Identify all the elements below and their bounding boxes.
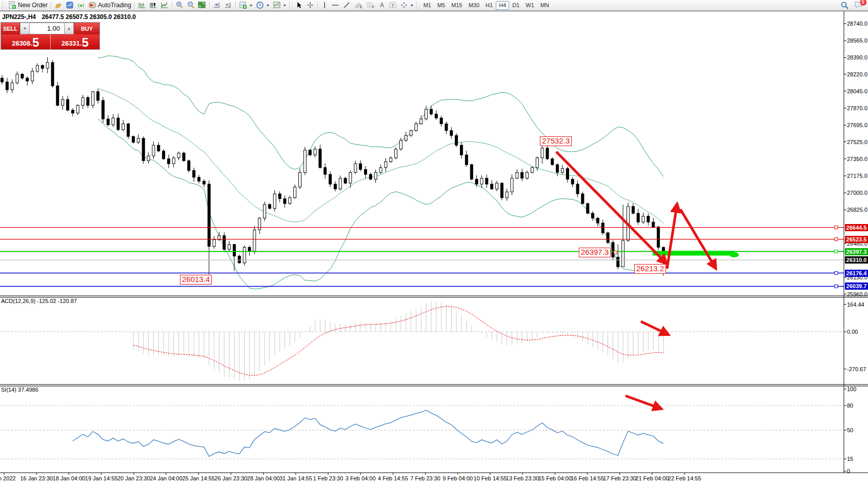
- signals-button[interactable]: [75, 1, 87, 10]
- separator: [209, 2, 210, 9]
- chart-canvas: [0, 0, 868, 485]
- buy-price[interactable]: 26331.5: [50, 34, 100, 49]
- indicators-button[interactable]: ▼: [237, 1, 254, 10]
- timeframe-H1[interactable]: H1: [482, 1, 496, 10]
- new-order-label: New Order: [18, 2, 48, 9]
- separator: [134, 2, 135, 9]
- red-arrow[interactable]: [625, 396, 659, 408]
- buy-button[interactable]: BUY: [74, 23, 99, 34]
- candlestick-button[interactable]: [148, 1, 159, 10]
- timeframe-group: M1M5M15M30H1H4D1W1MN: [420, 1, 552, 10]
- horizontal-level-lines: [0, 226, 844, 288]
- fibonacci-button[interactable]: F: [365, 1, 377, 10]
- buy-price-big-digit: 5: [82, 36, 88, 49]
- zoom-out-button[interactable]: [185, 1, 196, 10]
- time-axis-label: 16 Jan 23:30: [20, 475, 53, 481]
- line-chart-icon: [160, 1, 169, 9]
- time-axis-label: 28 Jan 04:00: [247, 475, 280, 481]
- notifications-button[interactable]: 1: [854, 1, 863, 10]
- fibonacci-icon: F: [366, 1, 375, 9]
- timeframe-H4[interactable]: H4: [496, 1, 509, 10]
- annotation-handle[interactable]: [614, 251, 617, 254]
- new-order-button[interactable]: New Order: [7, 1, 49, 10]
- search-icon[interactable]: [840, 1, 849, 10]
- sell-price-big-digit: 5: [32, 36, 39, 49]
- line-handle[interactable]: [835, 238, 838, 241]
- red-arrow[interactable]: [680, 209, 715, 267]
- price-tag: 26644.5: [845, 224, 868, 231]
- dropdown-caret: ▼: [249, 4, 253, 7]
- price-label-annotation[interactable]: 27532.3: [540, 136, 572, 146]
- auto-scroll-button[interactable]: [211, 1, 223, 10]
- line-handle[interactable]: [835, 285, 838, 288]
- price-tag: 26523.5: [845, 236, 868, 243]
- bar-chart-icon: [138, 1, 146, 9]
- svg-text:A: A: [380, 2, 384, 9]
- bar-chart-button[interactable]: [136, 1, 148, 10]
- periods-button[interactable]: ▼: [254, 1, 271, 10]
- price-label-annotation[interactable]: 26013.4: [180, 275, 212, 285]
- rsi-panel: [0, 406, 844, 459]
- price-axis-label: 27350.0: [847, 156, 867, 162]
- time-axis-label: 18 Jan 04:00: [53, 475, 86, 481]
- price-tag: 26310.0: [845, 256, 868, 264]
- timeframe-M5[interactable]: M5: [434, 1, 448, 10]
- candles: [1, 57, 665, 276]
- line-handle[interactable]: [835, 226, 838, 229]
- text-icon: A: [378, 1, 386, 9]
- price-label-annotation[interactable]: 26213.2: [634, 264, 666, 274]
- templates-button[interactable]: ▼: [271, 1, 288, 10]
- volume-increase-button[interactable]: ▲: [64, 23, 74, 34]
- horizontal-line-button[interactable]: [330, 1, 341, 10]
- price-label-annotation[interactable]: 26397.3: [579, 248, 611, 257]
- chart-shift-icon: [224, 1, 232, 9]
- red-arrow[interactable]: [667, 206, 677, 269]
- gold-button[interactable]: [53, 1, 64, 10]
- toolbar: New Order AutoTrading ▼ ▼ ▼ E F A T ▼ M1…: [0, 0, 868, 11]
- cursor-button[interactable]: [293, 1, 305, 10]
- signals-icon: [77, 1, 85, 9]
- line-handle[interactable]: [835, 272, 838, 275]
- time-axis-label: 1 Feb 23:30: [313, 475, 344, 481]
- sell-button[interactable]: SELL: [1, 23, 20, 34]
- price-axis-label: 26825.0: [847, 207, 867, 213]
- text-label-button[interactable]: T: [387, 1, 398, 10]
- timeframe-MN[interactable]: MN: [537, 1, 552, 10]
- timeframe-D1[interactable]: D1: [509, 1, 522, 10]
- timeframe-M15[interactable]: M15: [448, 1, 465, 10]
- timeframe-M1[interactable]: M1: [420, 1, 434, 10]
- arrows-button[interactable]: ▼: [398, 1, 415, 10]
- volume-decrease-button[interactable]: ▼: [20, 23, 30, 34]
- sell-price[interactable]: 26308.5: [1, 34, 50, 49]
- time-axis-label: 10 Feb 14:55: [474, 475, 507, 481]
- template-icon: [273, 1, 281, 9]
- rsi-axis-label: 50: [847, 427, 853, 433]
- equidistant-channel-button[interactable]: E: [352, 1, 365, 10]
- volume-input[interactable]: 1.00: [30, 23, 64, 34]
- text-button[interactable]: A: [377, 1, 387, 10]
- price-tag: 26397.3: [845, 248, 868, 255]
- vertical-line-button[interactable]: [319, 1, 330, 10]
- one-click-trading-panel: SELL ▼ 1.00 ▲ BUY 26308.5 26331.5: [1, 22, 100, 50]
- time-axis-label: 25 Jan 14:55: [182, 475, 215, 481]
- svg-text:T: T: [391, 3, 394, 8]
- time-axis-label: 26 Jan 23:30: [215, 475, 248, 481]
- trendline-button[interactable]: [341, 1, 352, 10]
- time-axis-label: 24 Jan 04:00: [150, 475, 183, 481]
- charts-doc-button[interactable]: [64, 1, 75, 10]
- tile-windows-button[interactable]: [196, 1, 208, 10]
- line-chart-button[interactable]: [159, 1, 170, 10]
- chart-shift-button[interactable]: [223, 1, 234, 10]
- timeframe-M30[interactable]: M30: [466, 1, 482, 10]
- crosshair-button[interactable]: [305, 1, 316, 10]
- price-axis-label: 28740.0: [847, 21, 867, 27]
- time-axis-label: 7 Feb 23:30: [410, 475, 440, 481]
- chart-header: JPN225-,H4 26477.5 26507.5 26305.0 26310…: [2, 13, 136, 21]
- autotrading-button[interactable]: AutoTrading: [87, 1, 133, 10]
- green-band-drawing[interactable]: [653, 251, 739, 258]
- time-axis-label: 9 Feb 04:00: [442, 475, 473, 481]
- zoom-in-button[interactable]: [174, 1, 185, 10]
- timeframe-W1[interactable]: W1: [522, 1, 537, 10]
- line-handle[interactable]: [835, 250, 838, 253]
- price-axis-label: 28565.0: [847, 37, 867, 44]
